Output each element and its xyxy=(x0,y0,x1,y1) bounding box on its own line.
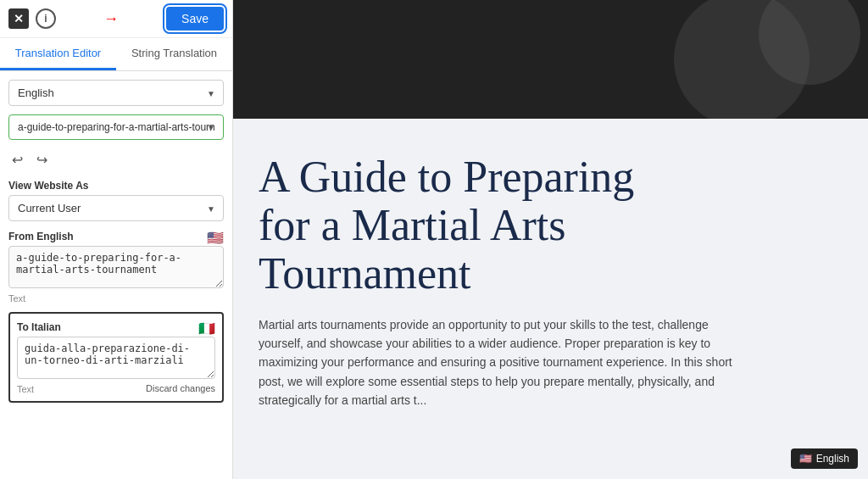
arrow-right-icon: → xyxy=(103,10,119,28)
tab-translation-editor[interactable]: Translation Editor xyxy=(0,38,116,70)
content-area: A Guide to Preparing for a Martial Arts … xyxy=(233,119,868,436)
view-website-as-label: View Website As xyxy=(8,180,224,192)
language-select[interactable]: English Italian Spanish French xyxy=(8,80,224,106)
title-line3: Tournament xyxy=(259,249,471,298)
info-button[interactable]: i xyxy=(36,8,56,29)
redo-button[interactable]: ↪ xyxy=(33,150,51,170)
right-panel: A Guide to Preparing for a Martial Arts … xyxy=(233,0,868,479)
current-user-select[interactable]: Current User Guest xyxy=(8,195,224,221)
top-bar: ✕ i → Save xyxy=(0,0,232,38)
from-english-section: From English 🇺🇸 a-guide-to-preparing-for… xyxy=(8,230,224,304)
slug-select[interactable]: a-guide-to-preparing-for-a-martial-arts-… xyxy=(8,114,224,140)
discard-row: Text Discard changes xyxy=(17,382,215,394)
arrow-indicator: → xyxy=(63,10,159,28)
italian-flag-icon: 🇮🇹 xyxy=(198,320,215,337)
language-select-wrapper[interactable]: English Italian Spanish French xyxy=(8,80,224,106)
badge-flag-icon: 🇺🇸 xyxy=(799,453,812,465)
badge-label: English xyxy=(816,453,849,465)
to-italian-section: To Italian 🇮🇹 guida-alla-preparazione-di… xyxy=(8,312,224,403)
to-italian-header: To Italian 🇮🇹 xyxy=(17,320,215,337)
tab-string-translation[interactable]: String Translation xyxy=(116,38,232,70)
close-button[interactable]: ✕ xyxy=(8,8,29,29)
slug-select-wrapper[interactable]: a-guide-to-preparing-for-a-martial-arts-… xyxy=(8,114,224,140)
to-italian-label: To Italian xyxy=(17,321,61,333)
hero-image xyxy=(233,0,868,119)
to-italian-type-label: Text xyxy=(17,384,34,394)
undo-button[interactable]: ↩ xyxy=(8,150,26,170)
tabs-bar: Translation Editor String Translation xyxy=(0,38,232,71)
title-line2: for a Martial Arts xyxy=(259,201,565,249)
main-title: A Guide to Preparing for a Martial Arts … xyxy=(259,153,843,298)
panel-body: English Italian Spanish French a-guide-t… xyxy=(0,71,232,411)
body-text: Martial arts tournaments provide an oppo… xyxy=(259,315,733,410)
current-user-select-wrapper[interactable]: Current User Guest xyxy=(8,195,224,221)
title-line1: A Guide to Preparing xyxy=(259,153,634,201)
english-badge[interactable]: 🇺🇸 English xyxy=(791,448,858,469)
hero-overlay xyxy=(233,0,868,119)
discard-changes-link[interactable]: Discard changes xyxy=(146,383,215,393)
english-flag-icon: 🇺🇸 xyxy=(207,230,224,246)
from-english-label: From English xyxy=(8,231,74,242)
undo-redo-bar: ↩ ↪ xyxy=(8,148,224,171)
from-english-type-label: Text xyxy=(8,293,224,304)
from-english-header: From English 🇺🇸 xyxy=(8,230,224,246)
from-english-input[interactable]: a-guide-to-preparing-for-a-martial-arts-… xyxy=(8,246,224,288)
view-website-as-section: View Website As Current User Guest xyxy=(8,180,224,221)
left-panel: ✕ i → Save Translation Editor String Tra… xyxy=(0,0,233,479)
to-italian-input[interactable]: guida-alla-preparazione-di-un-torneo-di-… xyxy=(17,337,215,379)
save-button[interactable]: Save xyxy=(166,7,224,31)
